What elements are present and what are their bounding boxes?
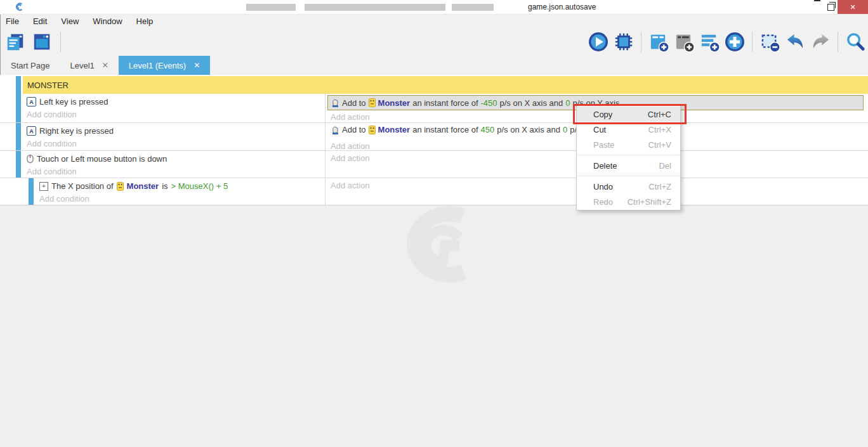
action-value: 450 — [481, 125, 495, 134]
action-text: an instant force of — [412, 98, 478, 108]
action-text: p/s on X axis and — [500, 98, 563, 108]
project-manager-icon[interactable] — [4, 31, 26, 53]
redacted-title-block — [305, 4, 445, 11]
context-menu-item-redo[interactable]: Redo Ctrl+Shift+Z — [577, 194, 680, 209]
condition-text[interactable]: Touch or Left mouse button is down — [37, 154, 167, 164]
preview-play-icon[interactable] — [588, 31, 609, 53]
menu-view[interactable]: View — [54, 15, 86, 28]
condition-text[interactable]: The X position of — [51, 181, 114, 191]
menu-help[interactable]: Help — [129, 15, 161, 28]
add-condition-link[interactable]: Add condition — [27, 110, 325, 119]
gdevelop-watermark-logo — [388, 206, 483, 288]
events-sheet: MONSTER A Left key is pressed Add condit… — [0, 75, 868, 205]
keyboard-key-icon: A — [27, 126, 36, 136]
action-value: 0 — [563, 125, 567, 134]
tab-start-page[interactable]: Start Page — [1, 56, 60, 75]
menu-window[interactable]: Window — [86, 15, 129, 28]
menu-file[interactable]: File — [1, 15, 26, 28]
menu-bar: File Edit View Window Help — [0, 15, 868, 28]
action-value: 0 — [565, 98, 570, 108]
add-event-icon[interactable] — [648, 31, 669, 53]
gdevelop-logo-icon — [14, 2, 24, 12]
action-text: Add to — [342, 125, 366, 134]
menu-item-label: Delete — [593, 161, 617, 171]
menu-item-shortcut: Ctrl+V — [648, 140, 671, 150]
toolbar — [0, 28, 868, 56]
add-action-link[interactable]: Add action — [331, 181, 369, 190]
mouse-icon — [27, 154, 34, 164]
gdevelop-window: game.json.autosave ✕ File Edit View Wind… — [0, 0, 868, 447]
subevent-row-x-position[interactable]: + The X position of Monster is > MouseX(… — [0, 178, 868, 205]
toolbar-separator — [60, 32, 61, 52]
context-menu-item-paste[interactable]: Paste Ctrl+V — [577, 137, 680, 152]
window-title: game.json.autosave — [528, 3, 596, 11]
add-subevent-icon[interactable] — [673, 31, 695, 53]
monster-object-icon — [117, 182, 124, 191]
monster-object-icon — [369, 98, 376, 107]
tab-close-icon[interactable]: ✕ — [194, 61, 200, 70]
conditions-cell[interactable]: + The X position of Monster is > MouseX(… — [36, 178, 325, 205]
menu-item-shortcut: Ctrl+Shift+Z — [628, 197, 671, 207]
comment-text: MONSTER — [27, 81, 69, 90]
keyboard-key-icon: A — [27, 97, 36, 107]
delete-selection-icon[interactable] — [759, 31, 780, 53]
event-side-bar — [16, 151, 21, 178]
add-comment-icon[interactable] — [699, 31, 720, 53]
tab-label: Level1 (Events) — [129, 61, 186, 70]
action-text: an instant force of — [412, 125, 478, 134]
toolbar-separator — [838, 32, 838, 52]
condition-text[interactable]: Left key is pressed — [39, 97, 108, 107]
context-menu-item-delete[interactable]: Delete Del — [577, 158, 680, 173]
menu-item-shortcut: Ctrl+X — [648, 125, 671, 134]
scene-editor-icon[interactable] — [31, 31, 53, 53]
title-bar: game.json.autosave ✕ — [0, 0, 868, 15]
toolbar-separator — [641, 32, 641, 52]
conditions-cell[interactable]: Touch or Left mouse button is down Add c… — [23, 151, 325, 178]
event-side-bar — [16, 94, 21, 122]
undo-icon[interactable] — [784, 31, 806, 53]
tab-close-icon[interactable]: ✕ — [102, 61, 109, 70]
tab-level1-events[interactable]: Level1 (Events) ✕ — [119, 56, 210, 75]
redo-icon[interactable] — [810, 31, 831, 53]
event-side-bar — [16, 76, 21, 94]
event-row-touch-mouse[interactable]: Touch or Left mouse button is down Add c… — [0, 151, 868, 178]
add-action-link[interactable]: Add action — [331, 112, 369, 122]
add-force-icon — [331, 98, 339, 107]
search-icon[interactable] — [845, 31, 866, 53]
tab-level1-scene[interactable]: Level1 ✕ — [60, 56, 118, 75]
condition-expression: > MouseX() + 5 — [171, 181, 228, 191]
close-button[interactable]: ✕ — [838, 0, 868, 14]
add-condition-link[interactable]: Add condition — [27, 139, 325, 148]
add-other-icon[interactable] — [724, 31, 746, 53]
event-row-left-key[interactable]: A Left key is pressed Add condition Add … — [0, 94, 868, 123]
add-condition-link[interactable]: Add condition — [39, 194, 325, 204]
tab-bar: Start Page Level1 ✕ Level1 (Events) ✕ — [0, 56, 868, 75]
menu-item-label: Cut — [593, 125, 606, 134]
conditions-cell[interactable]: A Left key is pressed Add condition — [23, 94, 325, 122]
comment-row[interactable]: MONSTER — [0, 76, 868, 94]
object-name: Monster — [127, 181, 159, 191]
event-side-bar — [16, 123, 21, 150]
add-action-link[interactable]: Add action — [331, 141, 369, 151]
object-name: Monster — [378, 125, 411, 134]
annotation-highlight-copy — [573, 104, 687, 124]
menu-item-label: Redo — [593, 197, 613, 207]
add-action-link[interactable]: Add action — [331, 153, 369, 163]
action-value: -450 — [481, 98, 497, 108]
add-force-icon — [331, 126, 339, 134]
redacted-title-block — [246, 4, 296, 11]
action-text: Add to — [342, 98, 366, 108]
condition-text[interactable]: Right key is pressed — [39, 126, 114, 136]
redacted-title-block — [452, 4, 494, 11]
tab-label: Start Page — [11, 61, 49, 70]
debugger-icon[interactable] — [613, 31, 635, 53]
add-condition-link[interactable]: Add condition — [27, 167, 325, 176]
minimize-button[interactable] — [798, 0, 820, 14]
comment-body[interactable]: MONSTER — [23, 76, 868, 94]
condition-text: is — [162, 181, 168, 191]
conditions-cell[interactable]: A Right key is pressed Add condition — [23, 123, 325, 150]
event-row-right-key[interactable]: A Right key is pressed Add condition Add… — [0, 123, 868, 151]
context-menu-item-undo[interactable]: Undo Ctrl+Z — [577, 179, 680, 194]
menu-edit[interactable]: Edit — [26, 15, 54, 28]
object-name: Monster — [378, 98, 411, 108]
